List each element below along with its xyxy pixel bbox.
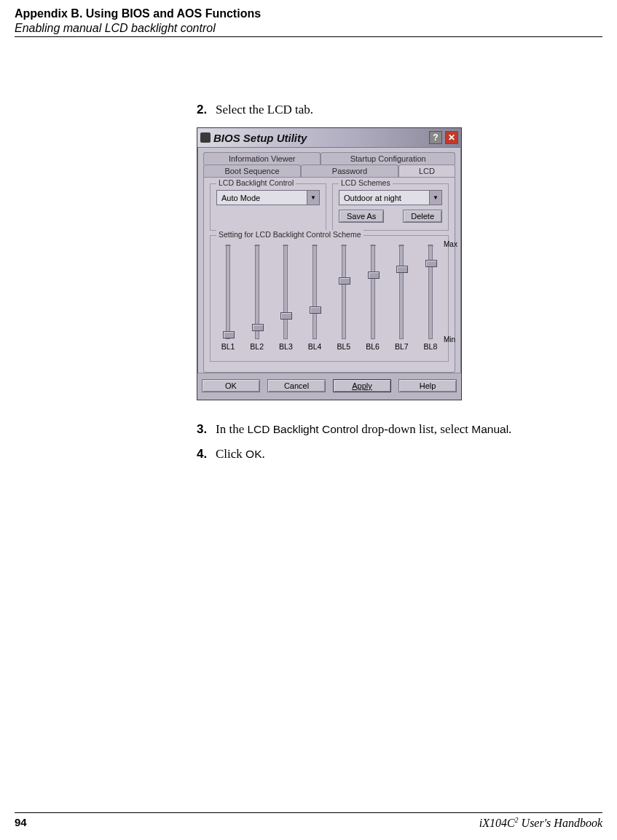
step-4-post: . <box>262 447 265 461</box>
group-title-schemes: LCD Schemes <box>339 178 393 187</box>
slider-label-bl8: BL8 <box>424 342 438 351</box>
step-4-sans-1: OK <box>245 448 262 460</box>
slider-bl2[interactable] <box>255 245 259 339</box>
cancel-button[interactable]: Cancel <box>267 379 326 392</box>
slider-bl8[interactable] <box>428 245 433 339</box>
step-4-text: Click OK. <box>216 447 265 461</box>
step-3-text: In the LCD Backlight Control drop-down l… <box>216 422 511 437</box>
slider-label-bl3: BL3 <box>279 342 293 351</box>
sliders-row: Max Min BL1 BL2 <box>216 242 442 354</box>
step-3-post: . <box>508 422 511 436</box>
step-3-sans-2: Manual <box>471 423 508 435</box>
section-subtitle: Enabling manual LCD backlight control <box>15 22 602 35</box>
step-2-text: Select the LCD tab. <box>216 103 313 117</box>
footer-rule <box>15 812 602 813</box>
page-footer: 94 iX104C2 User's Handbook <box>15 811 602 830</box>
appendix-title: Appendix B. Using BIOS and AOS Functions <box>15 7 602 20</box>
book-title: iX104C2 User's Handbook <box>479 816 602 830</box>
step-number-3: 3. <box>197 422 216 437</box>
label-max: Max <box>444 240 460 248</box>
slider-bl5[interactable] <box>342 245 346 339</box>
slider-label-bl4: BL4 <box>308 342 322 351</box>
slider-bl3[interactable] <box>283 245 288 339</box>
slider-bl6[interactable] <box>371 245 375 339</box>
slider-bl1[interactable] <box>226 245 230 339</box>
group-lcd-schemes: LCD Schemes Outdoor at night ▼ Save As D… <box>332 183 449 231</box>
step-number-4: 4. <box>197 447 216 461</box>
chevron-down-icon: ▼ <box>429 191 441 205</box>
slider-bl7[interactable] <box>399 245 404 339</box>
delete-button[interactable]: Delete <box>403 210 442 223</box>
book-post: User's Handbook <box>519 817 602 829</box>
lcd-schemes-dropdown[interactable]: Outdoor at night ▼ <box>339 190 442 205</box>
help-button[interactable]: Help <box>398 379 457 392</box>
slider-label-bl1: BL1 <box>221 342 235 351</box>
backlight-control-value: Auto Mode <box>221 194 260 202</box>
group-slider-settings: Setting for LCD Backlight Control Scheme… <box>210 235 449 362</box>
tab-lcd[interactable]: LCD <box>398 165 455 177</box>
group-title-setting: Setting for LCD Backlight Control Scheme <box>216 230 363 239</box>
titlebar-close-button[interactable]: ✕ <box>445 131 458 144</box>
tab-information-viewer[interactable]: Information Viewer <box>203 152 321 165</box>
save-as-button[interactable]: Save As <box>339 210 384 223</box>
step-number-2: 2. <box>197 103 216 117</box>
page-number: 94 <box>15 816 27 830</box>
label-min: Min <box>444 336 460 344</box>
group-title-backlight: LCD Backlight Control <box>216 178 296 187</box>
ok-button[interactable]: OK <box>202 379 260 392</box>
step-3-mid: drop-down list, select <box>358 422 471 436</box>
bios-setup-dialog: BIOS Setup Utility ? ✕ Information Viewe… <box>197 127 462 400</box>
backlight-control-dropdown[interactable]: Auto Mode ▼ <box>216 190 320 205</box>
step-4-pre: Click <box>216 447 245 461</box>
step-3-sans-1: LCD Backlight Control <box>247 423 358 435</box>
tab-password[interactable]: Password <box>301 165 398 177</box>
apply-button[interactable]: Apply <box>333 379 391 392</box>
step-3-pre: In the <box>216 422 247 436</box>
dialog-titlebar: BIOS Setup Utility ? ✕ <box>197 128 461 148</box>
slider-bl4[interactable] <box>313 245 317 339</box>
dialog-title: BIOS Setup Utility <box>213 132 426 144</box>
tab-boot-sequence[interactable]: Boot Sequence <box>203 165 301 177</box>
slider-label-bl6: BL6 <box>366 342 380 351</box>
header-rule <box>15 36 602 37</box>
book-pre: iX104C <box>479 817 515 829</box>
chevron-down-icon: ▼ <box>307 191 319 205</box>
app-icon <box>200 132 211 143</box>
slider-label-bl7: BL7 <box>395 342 409 351</box>
tab-startup-configuration[interactable]: Startup Configuration <box>321 152 455 165</box>
titlebar-help-button[interactable]: ? <box>429 131 442 144</box>
lcd-schemes-value: Outdoor at night <box>344 194 401 202</box>
group-lcd-backlight-control: LCD Backlight Control Auto Mode ▼ <box>210 183 326 231</box>
slider-label-bl2: BL2 <box>250 342 264 351</box>
slider-label-bl5: BL5 <box>337 342 350 351</box>
